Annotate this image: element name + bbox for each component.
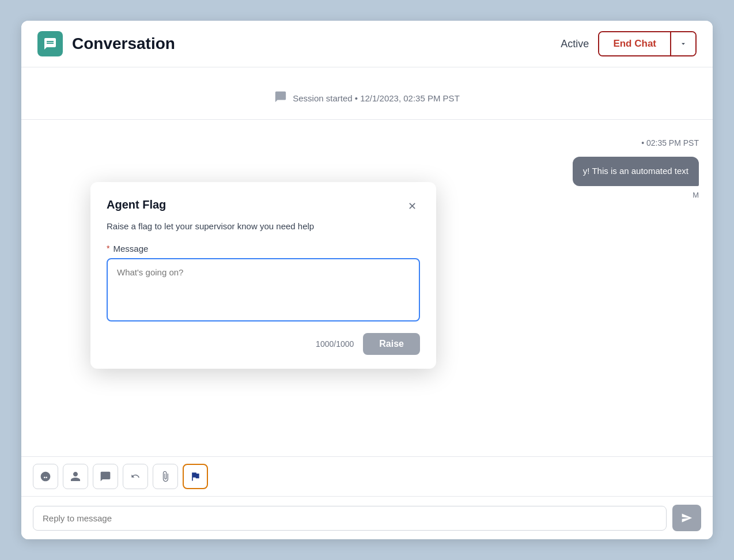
end-chat-button[interactable]: End Chat (599, 32, 670, 55)
reply-input[interactable] (33, 506, 667, 531)
partial-message-time: • 02:35 PM PST (641, 138, 699, 147)
send-icon (681, 512, 693, 524)
emoji-icon (40, 471, 51, 482)
partial-message-row: • 02:35 PM PST (21, 134, 713, 152)
undo-icon (130, 471, 141, 482)
chevron-down-icon (679, 40, 687, 48)
chat-button[interactable] (93, 464, 118, 489)
page-title: Conversation (72, 35, 551, 53)
modal-label-row: * Message (107, 244, 420, 253)
flag-button[interactable] (183, 464, 208, 489)
session-icon (274, 90, 287, 105)
app-logo (37, 31, 63, 56)
chat-logo-icon (43, 37, 57, 51)
status-badge: Active (561, 38, 589, 50)
reply-bar (21, 497, 713, 539)
char-count: 1000/1000 (316, 339, 354, 349)
modal-footer: 1000/1000 Raise (107, 333, 420, 355)
paperclip-button[interactable] (153, 464, 178, 489)
required-indicator: * (107, 244, 109, 253)
flag-icon (190, 471, 201, 482)
end-chat-dropdown-button[interactable] (670, 32, 695, 55)
send-button[interactable] (672, 505, 701, 531)
raise-button[interactable]: Raise (363, 333, 420, 355)
person-button[interactable] (63, 464, 88, 489)
modal-title: Agent Flag (107, 198, 166, 211)
chat-icon (100, 471, 111, 482)
agent-flag-modal: Agent Flag ✕ Raise a flag to let your su… (90, 182, 436, 369)
paperclip-icon (160, 471, 171, 482)
main-window: Conversation Active End Chat Session sta… (21, 21, 713, 539)
modal-description: Raise a flag to let your supervisor know… (107, 220, 420, 233)
sender-label: M (693, 191, 699, 199)
modal-close-button[interactable]: ✕ (404, 198, 420, 214)
session-start: Session started • 12/1/2023, 02:35 PM PS… (21, 81, 713, 120)
header: Conversation Active End Chat (21, 21, 713, 67)
undo-button[interactable] (123, 464, 148, 489)
toolbar (21, 456, 713, 497)
end-chat-group: End Chat (598, 31, 697, 56)
person-icon (70, 471, 81, 482)
message-textarea[interactable] (107, 258, 420, 321)
session-text: Session started • 12/1/2023, 02:35 PM PS… (293, 93, 460, 103)
message-bubble: y! This is an automated text (573, 157, 699, 186)
emoji-button[interactable] (33, 464, 58, 489)
message-label: Message (113, 244, 148, 253)
modal-header: Agent Flag ✕ (107, 198, 420, 214)
